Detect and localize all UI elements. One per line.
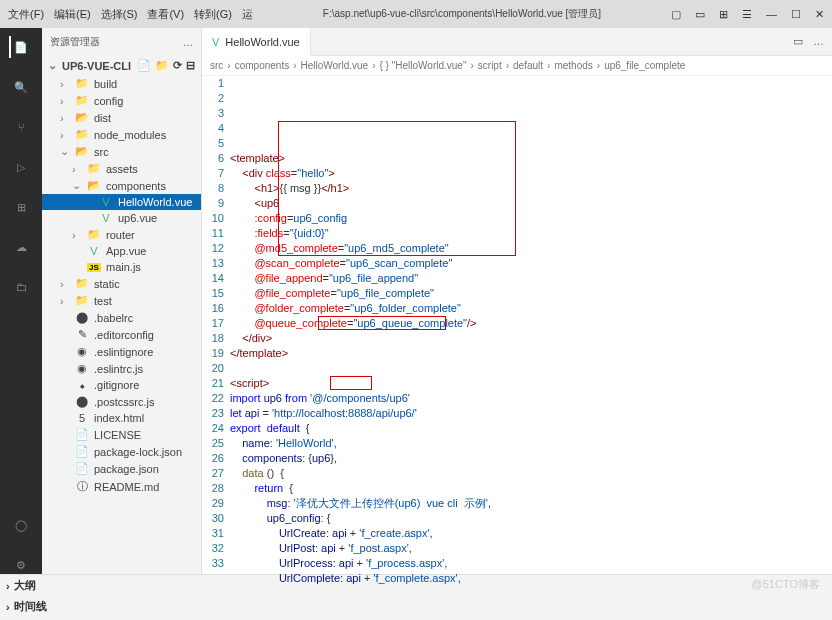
project-root[interactable]: ⌄UP6-VUE-CLI 📄 📁 ⟳ ⊟ [42, 56, 201, 75]
tree-item[interactable]: ✎.editorconfig [42, 326, 201, 343]
tab-helloworld[interactable]: V HelloWorld.vue [202, 28, 311, 56]
main-menu: 文件(F) 编辑(E) 选择(S) 查看(V) 转到(G) 运 [8, 7, 253, 22]
explorer-icon[interactable]: 📄 [9, 36, 31, 58]
tree-item[interactable]: ⌄📂src [42, 143, 201, 160]
menu-file[interactable]: 文件(F) [8, 7, 44, 22]
extensions-icon[interactable]: ⊞ [10, 196, 32, 218]
layout-icon[interactable]: ▭ [695, 8, 705, 21]
tree-item[interactable]: ›📁router [42, 226, 201, 243]
tree-item[interactable]: ⌄📂components [42, 177, 201, 194]
activity-bar: 📄 🔍 ⑂ ▷ ⊞ ☁ 🗀 ◯ ⚙ [0, 28, 42, 588]
editor-pane: V HelloWorld.vue ▭ … src›components›Hell… [202, 28, 832, 588]
sidebar-title: 资源管理器 [50, 35, 100, 49]
timeline-section[interactable]: ›时间线 [0, 596, 832, 617]
run-debug-icon[interactable]: ▷ [10, 156, 32, 178]
tree-item[interactable]: ›📁node_modules [42, 126, 201, 143]
new-folder-icon[interactable]: 📁 [155, 59, 169, 72]
tree-item[interactable]: ›📁static [42, 275, 201, 292]
tree-item[interactable]: ◉.eslintignore [42, 343, 201, 360]
docker-icon[interactable]: 🗀 [10, 276, 32, 298]
tree-item[interactable]: JSmain.js [42, 259, 201, 275]
tree-item[interactable]: 📄package-lock.json [42, 443, 201, 460]
tab-label: HelloWorld.vue [225, 36, 299, 48]
layout-icon[interactable]: ▢ [671, 8, 681, 21]
menu-edit[interactable]: 编辑(E) [54, 7, 91, 22]
tree-item[interactable]: ›📂dist [42, 109, 201, 126]
editor-tabs: V HelloWorld.vue ▭ … [202, 28, 832, 56]
code-editor[interactable]: 1234567891011121314151617181920212223242… [202, 76, 832, 588]
tree-item[interactable]: ›📁config [42, 92, 201, 109]
remote-icon[interactable]: ☁ [10, 236, 32, 258]
window-title: F:\asp.net\up6-vue-cli\src\components\He… [265, 7, 659, 21]
menu-run[interactable]: 运 [242, 7, 253, 22]
refresh-icon[interactable]: ⟳ [173, 59, 182, 72]
tree-item[interactable]: ◉.eslintrc.js [42, 360, 201, 377]
vue-icon: V [212, 36, 219, 48]
file-tree: ⌄UP6-VUE-CLI 📄 📁 ⟳ ⊟ ›📁build›📁config›📂di… [42, 56, 201, 588]
explorer-sidebar: 资源管理器 … ⌄UP6-VUE-CLI 📄 📁 ⟳ ⊟ ›📁build›📁co… [42, 28, 202, 588]
titlebar: 文件(F) 编辑(E) 选择(S) 查看(V) 转到(G) 运 F:\asp.n… [0, 0, 832, 28]
layout-icon[interactable]: ⊞ [719, 8, 728, 21]
maximize-icon[interactable]: ☐ [791, 8, 801, 21]
menu-select[interactable]: 选择(S) [101, 7, 138, 22]
tree-item[interactable]: ⬤.babelrc [42, 309, 201, 326]
account-icon[interactable]: ◯ [10, 514, 32, 536]
collapse-icon[interactable]: ⊟ [186, 59, 195, 72]
minimize-icon[interactable]: — [766, 8, 777, 21]
search-icon[interactable]: 🔍 [10, 76, 32, 98]
new-file-icon[interactable]: 📄 [137, 59, 151, 72]
tree-item[interactable]: VHelloWorld.vue [42, 194, 201, 210]
tree-item[interactable]: ›📁build [42, 75, 201, 92]
breadcrumb[interactable]: src›components›HelloWorld.vue›{ } "Hello… [202, 56, 832, 76]
settings-icon[interactable]: ⚙ [10, 554, 32, 576]
tree-item[interactable]: 5index.html [42, 410, 201, 426]
tree-item[interactable]: ›📁assets [42, 160, 201, 177]
tree-item[interactable]: VApp.vue [42, 243, 201, 259]
layout-icon[interactable]: ☰ [742, 8, 752, 21]
more-icon[interactable]: … [813, 35, 824, 48]
tree-item[interactable]: ⬤.postcssrc.js [42, 393, 201, 410]
close-icon[interactable]: ✕ [815, 8, 824, 21]
more-icon[interactable]: … [183, 37, 193, 48]
tree-item[interactable]: Vup6.vue [42, 210, 201, 226]
split-icon[interactable]: ▭ [793, 35, 803, 48]
tree-item[interactable]: 📄package.json [42, 460, 201, 477]
tree-item[interactable]: ›📁test [42, 292, 201, 309]
window-controls: ▢ ▭ ⊞ ☰ — ☐ ✕ [671, 8, 824, 21]
source-control-icon[interactable]: ⑂ [10, 116, 32, 138]
tree-item[interactable]: ⓘREADME.md [42, 477, 201, 496]
menu-view[interactable]: 查看(V) [147, 7, 184, 22]
menu-goto[interactable]: 转到(G) [194, 7, 232, 22]
tree-item[interactable]: 📄LICENSE [42, 426, 201, 443]
tree-item[interactable]: ⬥.gitignore [42, 377, 201, 393]
